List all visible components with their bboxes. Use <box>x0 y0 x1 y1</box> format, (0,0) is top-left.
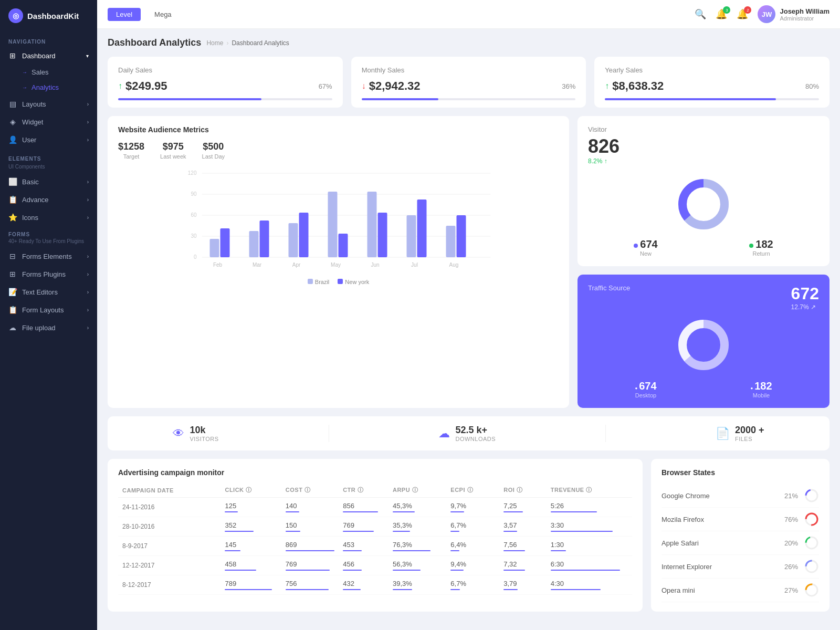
sidebar-item-label: Widget <box>22 118 43 126</box>
yearly-sales-card: Yearly Sales ↑ $8,638.32 80% <box>594 57 830 108</box>
table-cell: 352 <box>220 517 281 537</box>
sidebar-item-label: Text Editors <box>22 288 58 296</box>
logo-text: DashboardKit <box>27 12 79 20</box>
avatar: JW <box>758 5 775 23</box>
table-cell: 6,7% <box>446 517 499 537</box>
sidebar-item-forms-elements[interactable]: ⊟ Forms Elements › <box>0 247 97 265</box>
svg-rect-20 <box>407 215 416 257</box>
table-cell: 6:30 <box>547 556 632 575</box>
browser-card: Browser States Google Chrome21% Mozila F… <box>651 459 830 612</box>
monthly-sales-title: Monthly Sales <box>362 66 576 74</box>
bell-icon[interactable]: 🔔 2 <box>737 8 748 20</box>
traffic-growth: 12.7% ↗ <box>791 303 819 311</box>
form-layouts-icon: 📋 <box>8 306 17 314</box>
col-ctr: CTR ⓘ <box>339 483 388 498</box>
table-cell: 6,7% <box>446 575 499 595</box>
down-arrow-icon: ↓ <box>362 81 366 91</box>
sales-cards-row: Daily Sales ↑ $249.95 67% Monthly Sales … <box>108 57 830 108</box>
new-label: New <box>634 250 657 257</box>
sidebar-item-basic[interactable]: ⬜ Basic › <box>0 173 97 191</box>
tab-mega[interactable]: Mega <box>146 8 180 21</box>
sidebar-item-icons[interactable]: ⭐ Icons › <box>0 208 97 226</box>
yearly-sales-pct: 80% <box>805 82 819 90</box>
browser-item: Mozila Firefox76% <box>662 508 819 531</box>
metric-lastweek-label: Last week <box>160 153 186 160</box>
visitor-return: 182 Return <box>749 238 773 257</box>
forms-section-label: FORMS <box>0 226 97 238</box>
monthly-sales-card: Monthly Sales ↓ $2,942.32 36% <box>351 57 586 108</box>
metric-target: $1258 Target <box>118 141 144 160</box>
col-date: CAMPAIGN DATE <box>118 483 220 498</box>
daily-sales-progress-bg <box>118 98 332 100</box>
up-arrow-icon: ↑ <box>605 81 609 91</box>
tab-level[interactable]: Level <box>108 8 141 21</box>
notifications-icon[interactable]: 🔔 3 <box>716 8 727 20</box>
table-cell: 1:30 <box>547 537 632 556</box>
new-dot <box>634 244 638 248</box>
metric-target-label: Target <box>118 153 144 160</box>
svg-rect-17 <box>339 234 348 257</box>
chevron-right-icon: › <box>87 179 89 185</box>
stat-files: 📄 2000 + FILES <box>716 425 764 442</box>
search-icon[interactable]: 🔍 <box>695 8 706 20</box>
visitor-donut-svg <box>675 175 732 233</box>
metric-lastweek: $975 Last week <box>160 141 186 160</box>
sidebar-item-dashboard[interactable]: ⊞ Dashboard ▾ <box>0 47 97 65</box>
col-trevenue: TREVENUE ⓘ <box>547 483 632 498</box>
breadcrumb: Home › Dashboard Analytics <box>206 39 289 47</box>
browser-name: Google Chrome <box>662 492 710 500</box>
table-cell: 458 <box>220 556 281 575</box>
visitors-value: 10k <box>190 425 218 436</box>
logo-icon: ◎ <box>8 8 23 23</box>
svg-text:Jun: Jun <box>371 262 379 268</box>
table-cell: 756 <box>281 575 339 595</box>
sidebar-item-widget[interactable]: ◈ Widget › <box>0 113 97 131</box>
chevron-right-icon: › <box>87 307 89 313</box>
table-cell: 8-9-2017 <box>118 537 220 556</box>
metric-lastday: $500 Last Day <box>202 141 225 160</box>
bell-badge: 2 <box>744 6 751 14</box>
icons-nav-icon: ⭐ <box>8 213 17 222</box>
visitor-donut <box>588 175 819 233</box>
table-row: 28-10-201635215076935,3%6,7%3,573:30 <box>118 517 632 537</box>
forms-sub-label: 40+ Ready To Use From Plugins <box>0 238 97 247</box>
svg-rect-23 <box>457 215 466 257</box>
sidebar-item-text-editors[interactable]: 📝 Text Editors › <box>0 283 97 301</box>
legend-brazil: Brazil <box>308 279 330 285</box>
visitor-new: 674 New <box>634 238 657 257</box>
svg-rect-15 <box>299 213 309 257</box>
text-editors-icon: 📝 <box>8 288 17 296</box>
table-cell: 3:30 <box>547 517 632 537</box>
user-profile[interactable]: JW Joseph William Administrator <box>758 5 830 23</box>
table-cell: 7,56 <box>499 537 547 556</box>
table-cell: 789 <box>220 575 281 595</box>
file-icon: 📄 <box>716 427 730 440</box>
sidebar-item-user[interactable]: 👤 User › <box>0 131 97 149</box>
return-count: 182 <box>755 238 773 250</box>
table-cell: 5:26 <box>547 498 632 517</box>
chevron-right-icon: › <box>87 119 89 125</box>
browser-pct: 21% <box>784 492 798 500</box>
traffic-card: Traffic Source 672 12.7% ↗ <box>578 275 830 408</box>
table-cell: 453 <box>339 537 388 556</box>
sidebar-item-sales[interactable]: → Sales <box>0 65 97 80</box>
visitor-growth: 8.2% ↑ <box>588 158 620 165</box>
sidebar-item-forms-plugins[interactable]: ⊞ Forms Plugins › <box>0 265 97 283</box>
chart-legend: Brazil New york <box>118 279 559 285</box>
table-cell: 140 <box>281 498 339 517</box>
return-label: Return <box>749 250 773 257</box>
sidebar-item-file-upload[interactable]: ☁ File upload › <box>0 319 97 337</box>
browser-list: Google Chrome21% Mozila Firefox76% Apple… <box>662 484 819 602</box>
files-label: FILES <box>735 436 764 442</box>
sidebar-item-advance[interactable]: 📋 Advance › <box>0 191 97 208</box>
breadcrumb-home[interactable]: Home <box>206 39 223 47</box>
chevron-right-icon: › <box>87 271 89 277</box>
sidebar-item-layouts[interactable]: ▤ Layouts › <box>0 95 97 113</box>
table-cell: 856 <box>339 498 388 517</box>
downloads-value: 52.5 k+ <box>455 425 496 436</box>
browser-name: Mozila Firefox <box>662 516 704 523</box>
sidebar-item-analytics[interactable]: → Analytics <box>0 80 97 95</box>
browser-item: Google Chrome21% <box>662 484 819 508</box>
sidebar-item-form-layouts[interactable]: 📋 Form Layouts › <box>0 301 97 319</box>
chevron-right-icon: › <box>87 325 89 331</box>
